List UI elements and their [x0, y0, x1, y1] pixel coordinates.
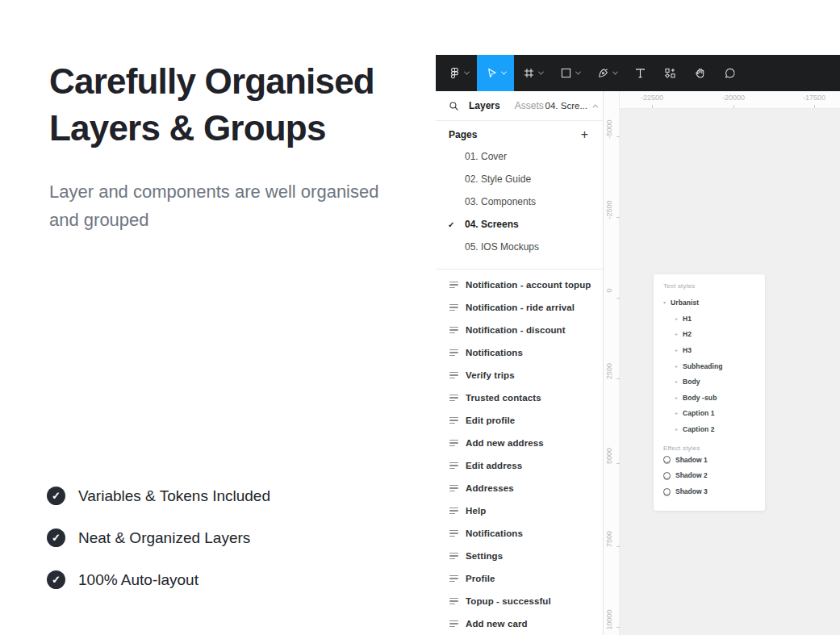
frame-layer-icon: [449, 349, 459, 357]
ruler-tick: [616, 627, 620, 628]
text-style-row[interactable]: ▸H3: [663, 342, 760, 358]
layer-row[interactable]: Topup - successful: [436, 590, 603, 612]
page-row[interactable]: 05. IOS Mockups: [436, 236, 603, 258]
frame-layer-icon: [449, 508, 459, 515]
move-tool-button[interactable]: [477, 55, 514, 91]
layer-label: Add new card: [466, 619, 528, 629]
layer-row[interactable]: Add new card: [436, 612, 603, 635]
text-tool-button[interactable]: [625, 55, 655, 91]
font-group-row[interactable]: ▾ Urbanist: [663, 295, 760, 311]
ruler-label: 10000: [605, 609, 613, 629]
text-style-row[interactable]: ▸Subheading: [663, 358, 760, 374]
layer-row[interactable]: Notification - account topup: [436, 274, 603, 296]
page-row[interactable]: 03. Components: [436, 190, 603, 213]
figma-menu-button[interactable]: [440, 55, 477, 91]
frame-tool-button[interactable]: [514, 55, 551, 91]
page-row[interactable]: 01. Cover: [436, 145, 603, 168]
page-row-selected[interactable]: ✓04. Screens: [436, 213, 603, 236]
panel-divider: [436, 269, 603, 269]
panel-header: Layers Assets 04. Scre...: [436, 91, 603, 121]
caret-right-icon: ▸: [675, 348, 683, 353]
layer-row[interactable]: Notification - discount: [436, 319, 603, 341]
effect-style-label: Shadow 3: [675, 487, 708, 495]
effect-style-row[interactable]: Shadow 3: [663, 483, 760, 499]
feature-label: Neat & Organized Layers: [78, 529, 250, 547]
page-selector-label: 04. Scre...: [545, 101, 587, 111]
frame-layer-icon: [449, 372, 459, 379]
tab-assets[interactable]: Assets: [515, 100, 544, 111]
feature-item: ✓ Neat & Organized Layers: [47, 528, 270, 547]
check-badge-icon: ✓: [47, 528, 65, 547]
figma-canvas[interactable]: -22500 -20000 -17500 -5000 -2500 0 2500 …: [604, 91, 840, 635]
ruler-label: 2500: [605, 363, 613, 379]
chevron-up-icon: [592, 104, 598, 110]
frame-layer-icon: [449, 485, 459, 492]
text-style-row[interactable]: ▸Caption 2: [663, 421, 760, 437]
layer-row[interactable]: Notifications: [436, 522, 603, 545]
ruler-tick: [652, 105, 653, 108]
layer-row[interactable]: Help: [436, 499, 603, 522]
chevron-down-icon: [464, 69, 470, 75]
tab-layers[interactable]: Layers: [469, 100, 500, 111]
layer-row[interactable]: Trusted contacts: [436, 386, 603, 409]
shape-tool-icon: [559, 66, 573, 80]
effect-style-label: Shadow 2: [675, 471, 708, 479]
effect-style-row[interactable]: Shadow 2: [663, 468, 760, 484]
shape-tool-button[interactable]: [551, 55, 588, 91]
text-style-label: Body -sub: [683, 394, 717, 402]
text-style-row[interactable]: ▸Caption 1: [663, 406, 760, 422]
layer-row[interactable]: Edit profile: [436, 409, 603, 432]
ruler-tick: [616, 378, 620, 379]
ruler-label: 7500: [605, 531, 613, 547]
feature-item: ✓ Variables & Tokens Included: [47, 487, 270, 505]
shadow-swatch-icon: [663, 472, 671, 479]
layer-label: Settings: [466, 551, 503, 561]
layer-row[interactable]: Edit address: [436, 454, 603, 477]
frame-layer-icon: [449, 530, 459, 537]
effect-style-label: Shadow 1: [675, 456, 708, 464]
page-subtitle: Layer and components are well organised …: [49, 178, 404, 234]
layer-row[interactable]: Notifications: [436, 341, 603, 364]
layer-row[interactable]: Profile: [436, 567, 603, 590]
feature-item: ✓ 100% Auto-layout: [47, 570, 270, 589]
layer-label: Profile: [466, 574, 495, 583]
ruler-tick: [616, 546, 620, 547]
ruler-label: 0: [605, 288, 613, 292]
text-style-label: H3: [683, 346, 692, 354]
text-style-row[interactable]: ▸H2: [663, 327, 760, 343]
text-style-row[interactable]: ▸Body: [663, 374, 760, 390]
effect-style-row[interactable]: Shadow 1: [663, 452, 760, 468]
hand-tool-button[interactable]: [685, 55, 715, 91]
component-tool-button[interactable]: [655, 55, 685, 91]
text-style-row[interactable]: ▸H1: [663, 311, 760, 327]
text-tool-icon: [633, 66, 647, 80]
page-selector-dropdown[interactable]: 04. Scre...: [545, 101, 596, 111]
shadow-swatch-icon: [663, 456, 671, 463]
layer-row[interactable]: Add new address: [436, 432, 603, 454]
search-icon[interactable]: [448, 100, 460, 112]
add-page-button[interactable]: +: [581, 128, 588, 141]
layer-row[interactable]: Verify trips: [436, 364, 603, 386]
text-styles-title: Text styles: [663, 282, 760, 290]
page-label: 05. IOS Mockups: [465, 241, 539, 253]
layer-row[interactable]: Settings: [436, 545, 603, 567]
page-label: 01. Cover: [465, 151, 507, 162]
vertical-ruler: -5000 -2500 0 2500 5000 7500 10000: [604, 91, 620, 635]
comment-tool-button[interactable]: [715, 55, 745, 91]
pages-title: Pages: [449, 129, 477, 140]
layer-label: Addresses: [466, 483, 514, 493]
layer-row[interactable]: Addresses: [436, 477, 603, 499]
chevron-down-icon: [538, 69, 544, 75]
layer-row[interactable]: Notification - ride arrival: [436, 296, 603, 319]
layer-list: Notification - account topup Notificatio…: [436, 274, 603, 635]
page-row[interactable]: 02. Style Guide: [436, 168, 603, 190]
layer-label: Notification - account topup: [466, 280, 591, 290]
styles-card-frame[interactable]: Text styles ▾ Urbanist ▸H1 ▸H2 ▸H3 ▸Subh…: [654, 274, 765, 511]
ruler-label: -20000: [722, 94, 745, 102]
feature-label: 100% Auto-layout: [78, 571, 199, 589]
frame-layer-icon: [449, 440, 459, 447]
page-title: Carefully OrganisedLayers & Groups: [49, 58, 428, 152]
caret-right-icon: ▸: [675, 395, 683, 400]
pen-tool-button[interactable]: [588, 55, 625, 91]
text-style-row[interactable]: ▸Body -sub: [663, 390, 760, 406]
